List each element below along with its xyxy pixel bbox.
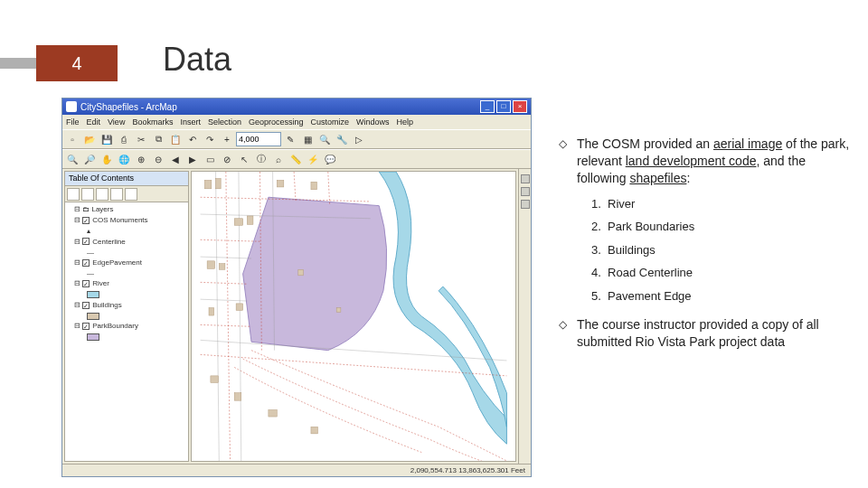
print-icon[interactable]: ⎙ bbox=[116, 131, 132, 147]
menu-bar[interactable]: File Edit View Bookmarks Insert Selectio… bbox=[62, 115, 531, 129]
menu-view[interactable]: View bbox=[108, 117, 125, 127]
right-dock bbox=[518, 169, 531, 464]
svg-rect-24 bbox=[277, 180, 284, 187]
toolbar-standard: ▫ 📂 💾 ⎙ ✂ ⧉ 📋 ↶ ↷ + ✎ ▦ 🔍 🔧 ▷ bbox=[62, 129, 531, 149]
new-icon[interactable]: ▫ bbox=[64, 131, 80, 147]
toc-button-row bbox=[65, 186, 188, 202]
clear-selection-icon[interactable]: ⊘ bbox=[219, 151, 235, 167]
paste-icon[interactable]: 📋 bbox=[167, 131, 184, 147]
window-title: CityShapefiles - ArcMap bbox=[80, 102, 177, 112]
svg-rect-27 bbox=[336, 308, 341, 313]
coordinates-readout: 2,090,554.713 13,863,625.301 Feet bbox=[410, 466, 525, 474]
svg-rect-19 bbox=[247, 216, 253, 224]
measure-icon[interactable]: 📏 bbox=[288, 151, 304, 167]
svg-line-8 bbox=[328, 172, 330, 204]
list-item: 3. Buildings bbox=[591, 242, 857, 258]
search-icon[interactable]: 🔍 bbox=[316, 131, 333, 147]
fixed-zoom-out-icon[interactable]: ⊖ bbox=[150, 151, 166, 167]
select-elements-icon[interactable]: ↖ bbox=[236, 151, 252, 167]
slide-body: The COSM provided an aerial image of the… bbox=[559, 136, 857, 360]
svg-line-13 bbox=[216, 172, 220, 461]
svg-line-12 bbox=[201, 340, 507, 361]
map-canvas[interactable] bbox=[191, 171, 516, 462]
svg-line-1 bbox=[201, 239, 260, 241]
forward-icon[interactable]: ▶ bbox=[184, 151, 201, 167]
list-by-selection-icon[interactable] bbox=[110, 188, 123, 201]
page-number-badge: 4 bbox=[36, 45, 118, 81]
svg-rect-17 bbox=[216, 179, 222, 189]
minimize-button[interactable]: _ bbox=[480, 100, 495, 113]
menu-customize[interactable]: Customize bbox=[311, 117, 350, 127]
scale-input[interactable] bbox=[236, 132, 281, 146]
cut-icon[interactable]: ✂ bbox=[133, 131, 149, 147]
svg-rect-21 bbox=[219, 264, 225, 270]
pan-icon[interactable]: ✋ bbox=[99, 151, 115, 167]
menu-insert[interactable]: Insert bbox=[180, 117, 201, 127]
redo-icon[interactable]: ↷ bbox=[202, 131, 218, 147]
options-icon[interactable] bbox=[125, 188, 137, 201]
svg-line-10 bbox=[201, 257, 251, 258]
arcmap-window: CityShapefiles - ArcMap _ □ × File Edit … bbox=[61, 98, 532, 477]
svg-line-11 bbox=[201, 299, 248, 301]
svg-rect-22 bbox=[236, 304, 243, 311]
svg-line-3 bbox=[201, 324, 251, 326]
save-icon[interactable]: 💾 bbox=[99, 131, 115, 147]
menu-file[interactable]: File bbox=[66, 117, 80, 127]
menu-bookmarks[interactable]: Bookmarks bbox=[132, 117, 173, 127]
list-item: 2. Park Boundaries bbox=[591, 219, 857, 235]
hyperlink-icon[interactable]: ⚡ bbox=[305, 151, 321, 167]
svg-rect-28 bbox=[211, 376, 218, 383]
maximize-button[interactable]: □ bbox=[496, 100, 511, 113]
list-item: 5. Pavement Edge bbox=[591, 288, 857, 305]
app-icon bbox=[66, 101, 77, 112]
list-item: 1. River bbox=[591, 196, 857, 212]
svg-rect-18 bbox=[234, 219, 242, 226]
svg-rect-26 bbox=[298, 269, 304, 276]
slide-title: Data bbox=[163, 41, 231, 79]
shapefile-list: 1. River 2. Park Boundaries 3. Buildings… bbox=[559, 196, 857, 305]
catalog-icon[interactable]: ▦ bbox=[299, 131, 316, 147]
fixed-zoom-in-icon[interactable]: ⊕ bbox=[133, 151, 149, 167]
svg-rect-20 bbox=[207, 261, 214, 268]
arctoolbox-dock-icon[interactable] bbox=[521, 200, 530, 209]
map-svg bbox=[192, 172, 515, 461]
arctoolbox-icon[interactable]: 🔧 bbox=[334, 131, 350, 147]
toc-title: Table Of Contents bbox=[65, 172, 188, 186]
zoom-out-icon[interactable]: 🔎 bbox=[81, 151, 98, 167]
full-extent-icon[interactable]: 🌐 bbox=[116, 151, 132, 167]
close-button[interactable]: × bbox=[513, 100, 527, 113]
svg-rect-30 bbox=[269, 410, 277, 418]
bullet-1: The COSM provided an aerial image of the… bbox=[559, 136, 857, 187]
zoom-in-icon[interactable]: 🔍 bbox=[64, 151, 80, 167]
titlebar[interactable]: CityShapefiles - ArcMap _ □ × bbox=[62, 99, 531, 115]
find-icon[interactable]: ⌕ bbox=[270, 151, 287, 167]
svg-line-2 bbox=[201, 282, 248, 284]
list-by-visibility-icon[interactable] bbox=[96, 188, 108, 201]
svg-rect-31 bbox=[311, 427, 318, 434]
svg-rect-29 bbox=[234, 393, 241, 400]
editor-icon[interactable]: ✎ bbox=[282, 131, 298, 147]
menu-windows[interactable]: Windows bbox=[356, 117, 390, 127]
menu-geoprocessing[interactable]: Geoprocessing bbox=[249, 117, 304, 127]
open-icon[interactable]: 📂 bbox=[81, 131, 98, 147]
html-popup-icon[interactable]: 💬 bbox=[322, 151, 338, 167]
search-dock-icon[interactable] bbox=[521, 187, 530, 196]
add-data-icon[interactable]: + bbox=[219, 131, 235, 147]
python-icon[interactable]: ▷ bbox=[351, 131, 367, 147]
status-bar: 2,090,554.713 13,863,625.301 Feet bbox=[62, 464, 531, 476]
table-of-contents: Table Of Contents ⊟ 🗀 Layers ⊟ ✓COS Monu… bbox=[64, 171, 189, 462]
menu-help[interactable]: Help bbox=[397, 117, 414, 127]
svg-rect-16 bbox=[204, 180, 212, 188]
catalog-dock-icon[interactable] bbox=[521, 174, 530, 183]
svg-line-7 bbox=[294, 172, 296, 202]
undo-icon[interactable]: ↶ bbox=[184, 131, 201, 147]
back-icon[interactable]: ◀ bbox=[167, 151, 184, 167]
menu-edit[interactable]: Edit bbox=[87, 117, 101, 127]
toc-tree[interactable]: ⊟ 🗀 Layers ⊟ ✓COS Monuments ▴ ⊟ ✓Centerl… bbox=[65, 202, 188, 461]
identify-icon[interactable]: ⓘ bbox=[253, 151, 269, 167]
select-icon[interactable]: ▭ bbox=[202, 151, 218, 167]
menu-selection[interactable]: Selection bbox=[208, 117, 241, 127]
list-by-source-icon[interactable] bbox=[81, 188, 94, 201]
list-by-drawing-icon[interactable] bbox=[67, 188, 80, 201]
copy-icon[interactable]: ⧉ bbox=[150, 131, 166, 147]
